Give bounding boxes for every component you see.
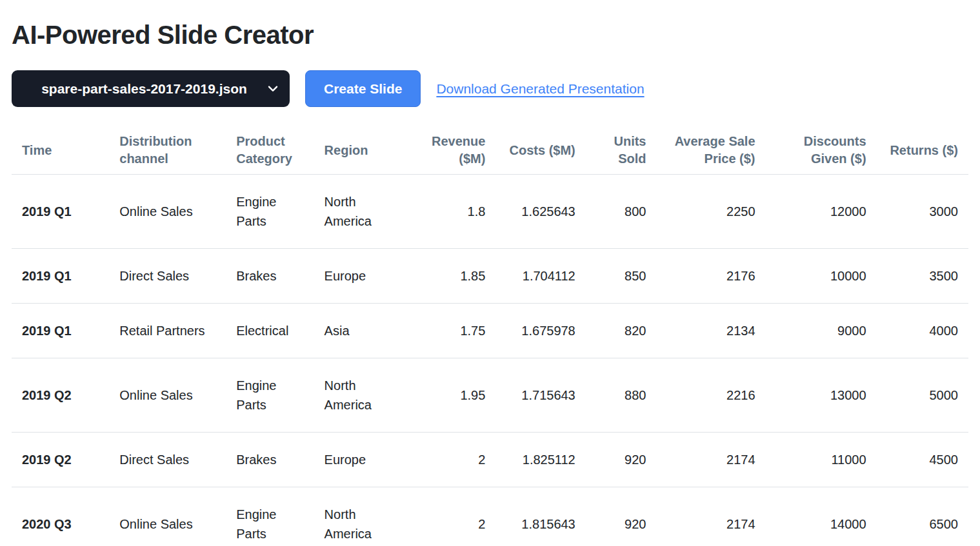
column-header-units-sold: Units Sold [586, 126, 657, 175]
column-header-returns: Returns ($) [877, 126, 968, 175]
chevron-down-icon [266, 82, 279, 95]
cell-units-sold: 920 [586, 487, 657, 546]
toolbar: spare-part-sales-2017-2019.json Create S… [12, 70, 968, 107]
row-header-time: 2019 Q1 [12, 175, 109, 249]
cell-product-category: Electrical [226, 304, 314, 358]
page: AI-Powered Slide Creator spare-part-sale… [0, 0, 980, 546]
cell-costs: 1.675978 [495, 304, 585, 358]
table-row: 2019 Q1Online SalesEngine PartsNorth Ame… [12, 175, 968, 249]
cell-revenue: 2 [406, 433, 495, 487]
cell-units-sold: 820 [586, 304, 657, 358]
cell-distribution-channel: Retail Partners [109, 304, 226, 358]
sales-data-table: TimeDistribution channelProduct Category… [12, 126, 968, 546]
cell-average-sale-price: 2174 [656, 487, 765, 546]
column-header-discounts-given: Discounts Given ($) [766, 126, 877, 175]
cell-returns: 3500 [877, 249, 968, 304]
column-header-distribution-channel: Distribution channel [109, 126, 226, 175]
cell-revenue: 1.75 [406, 304, 495, 358]
cell-costs: 1.704112 [495, 249, 585, 304]
cell-returns: 3000 [877, 175, 968, 249]
cell-revenue: 2 [406, 487, 495, 546]
cell-product-category: Engine Parts [226, 175, 314, 249]
cell-returns: 4000 [877, 304, 968, 358]
cell-discounts-given: 9000 [766, 304, 877, 358]
table-row: 2019 Q1Direct SalesBrakesEurope1.851.704… [12, 249, 968, 304]
cell-revenue: 1.8 [406, 175, 495, 249]
cell-region: North America [314, 175, 406, 249]
cell-discounts-given: 14000 [766, 487, 877, 546]
row-header-time: 2019 Q2 [12, 433, 109, 487]
cell-region: North America [314, 487, 406, 546]
cell-units-sold: 880 [586, 358, 657, 433]
cell-distribution-channel: Online Sales [109, 487, 226, 546]
cell-region: Europe [314, 249, 406, 304]
cell-product-category: Brakes [226, 433, 314, 487]
cell-product-category: Engine Parts [226, 487, 314, 546]
cell-discounts-given: 11000 [766, 433, 877, 487]
table-row: 2020 Q3Online SalesEngine PartsNorth Ame… [12, 487, 968, 546]
cell-costs: 1.825112 [495, 433, 585, 487]
cell-costs: 1.625643 [495, 175, 585, 249]
cell-distribution-channel: Direct Sales [109, 249, 226, 304]
cell-returns: 5000 [877, 358, 968, 433]
column-header-revenue: Revenue ($M) [406, 126, 495, 175]
table-row: 2019 Q2Direct SalesBrakesEurope21.825112… [12, 433, 968, 487]
table-header: TimeDistribution channelProduct Category… [12, 126, 968, 175]
cell-average-sale-price: 2216 [656, 358, 765, 433]
row-header-time: 2019 Q1 [12, 304, 109, 358]
table-row: 2019 Q1Retail PartnersElectricalAsia1.75… [12, 304, 968, 358]
cell-units-sold: 800 [586, 175, 657, 249]
column-header-average-sale-price: Average Sale Price ($) [656, 126, 765, 175]
cell-region: Asia [314, 304, 406, 358]
row-header-time: 2019 Q2 [12, 358, 109, 433]
cell-units-sold: 850 [586, 249, 657, 304]
column-header-product-category: Product Category [226, 126, 314, 175]
cell-revenue: 1.85 [406, 249, 495, 304]
create-slide-button[interactable]: Create Slide [305, 70, 421, 107]
cell-product-category: Brakes [226, 249, 314, 304]
cell-average-sale-price: 2174 [656, 433, 765, 487]
cell-discounts-given: 12000 [766, 175, 877, 249]
cell-distribution-channel: Online Sales [109, 175, 226, 249]
cell-region: North America [314, 358, 406, 433]
cell-product-category: Engine Parts [226, 358, 314, 433]
dataset-select-value: spare-part-sales-2017-2019.json [41, 81, 247, 97]
cell-discounts-given: 13000 [766, 358, 877, 433]
cell-revenue: 1.95 [406, 358, 495, 433]
cell-costs: 1.815643 [495, 487, 585, 546]
column-header-costs: Costs ($M) [495, 126, 585, 175]
cell-returns: 4500 [877, 433, 968, 487]
column-header-time: Time [12, 126, 109, 175]
cell-costs: 1.715643 [495, 358, 585, 433]
column-header-region: Region [314, 126, 406, 175]
dataset-select[interactable]: spare-part-sales-2017-2019.json [12, 70, 290, 107]
table-row: 2019 Q2Online SalesEngine PartsNorth Ame… [12, 358, 968, 433]
cell-distribution-channel: Online Sales [109, 358, 226, 433]
cell-distribution-channel: Direct Sales [109, 433, 226, 487]
cell-average-sale-price: 2176 [656, 249, 765, 304]
cell-region: Europe [314, 433, 406, 487]
cell-average-sale-price: 2250 [656, 175, 765, 249]
cell-returns: 6500 [877, 487, 968, 546]
cell-discounts-given: 10000 [766, 249, 877, 304]
cell-average-sale-price: 2134 [656, 304, 765, 358]
page-title: AI-Powered Slide Creator [12, 21, 968, 50]
row-header-time: 2019 Q1 [12, 249, 109, 304]
cell-units-sold: 920 [586, 433, 657, 487]
download-presentation-link[interactable]: Download Generated Presentation [436, 81, 644, 97]
row-header-time: 2020 Q3 [12, 487, 109, 546]
